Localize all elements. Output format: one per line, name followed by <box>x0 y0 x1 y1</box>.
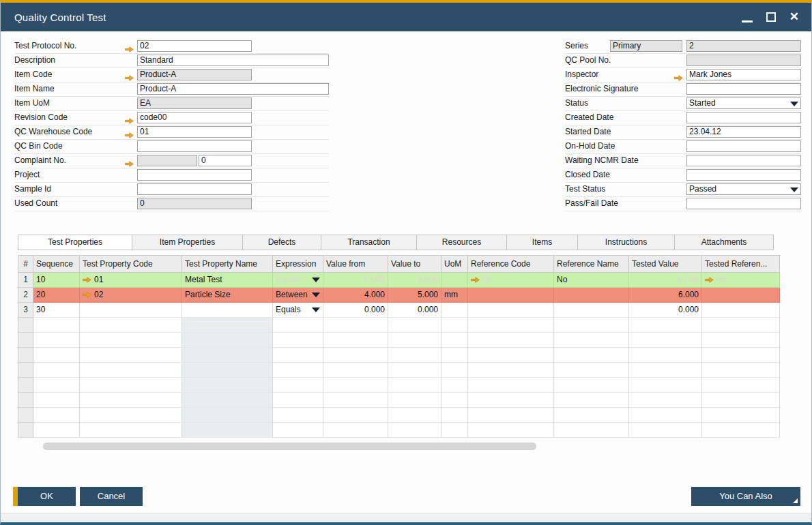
cell-test-property-code[interactable] <box>80 408 182 423</box>
dropdown-arrow-icon[interactable] <box>312 308 320 312</box>
cell-test-property-name[interactable] <box>182 303 273 318</box>
cell-tested-reference[interactable] <box>702 423 780 438</box>
cell-row-number[interactable] <box>18 333 33 348</box>
cell-reference-name[interactable] <box>554 378 629 393</box>
on-hold-date-input[interactable] <box>686 140 801 152</box>
cell-uom[interactable]: mm <box>441 288 468 303</box>
close-icon[interactable]: ✕ <box>789 12 799 22</box>
cell-sequence[interactable] <box>33 408 80 423</box>
cell-row-number[interactable]: 2 <box>18 288 33 303</box>
qc-warehouse-code-input[interactable]: 01 <box>137 126 252 138</box>
pass-fail-date-input[interactable] <box>686 198 801 209</box>
cell-tested-reference[interactable] <box>702 333 780 348</box>
cell-test-property-name[interactable] <box>182 348 273 363</box>
cell-uom[interactable] <box>441 333 468 348</box>
maximize-icon[interactable] <box>766 12 776 22</box>
cell-test-property-code[interactable] <box>80 303 182 318</box>
cell-reference-name[interactable] <box>554 423 629 438</box>
tab-transaction[interactable]: Transaction <box>321 235 417 250</box>
cell-expression[interactable]: Equals <box>273 273 323 288</box>
horizontal-scrollbar-thumb[interactable] <box>43 442 536 450</box>
cell-value-to[interactable] <box>388 423 441 438</box>
cell-sequence[interactable] <box>33 333 80 348</box>
cell-row-number[interactable] <box>18 393 33 408</box>
cell-test-property-code[interactable] <box>80 378 182 393</box>
cell-test-property-name[interactable]: Metal Test <box>182 273 273 288</box>
cell-reference-name[interactable] <box>554 393 629 408</box>
cell-tested-reference[interactable] <box>702 393 780 408</box>
cell-row-number[interactable] <box>18 423 33 438</box>
cell-uom[interactable] <box>441 303 468 318</box>
cell-reference-code[interactable] <box>468 363 554 378</box>
cell-uom[interactable] <box>441 408 468 423</box>
cell-tested-reference[interactable] <box>702 363 780 378</box>
dropdown-arrow-icon[interactable] <box>312 292 320 297</box>
cell-expression[interactable] <box>273 423 323 438</box>
cell-sequence[interactable] <box>33 423 80 438</box>
cell-uom[interactable] <box>441 318 468 333</box>
dropdown-arrow-icon[interactable] <box>312 278 320 282</box>
cell-value-from[interactable] <box>323 393 388 408</box>
cell-sequence[interactable]: 30 <box>33 303 80 318</box>
cell-test-property-code[interactable] <box>80 318 182 333</box>
cell-test-property-name[interactable] <box>182 318 273 333</box>
cell-tested-value[interactable]: 6.000 <box>629 288 702 303</box>
closed-date-input[interactable] <box>686 169 801 181</box>
cell-reference-code[interactable] <box>468 318 554 333</box>
cell-value-from[interactable]: 0.000 <box>323 273 388 288</box>
cell-sequence[interactable]: 20 <box>33 288 80 303</box>
cell-row-number[interactable] <box>18 408 33 423</box>
description-input[interactable]: Standard <box>137 55 329 66</box>
test-protocol-no-input[interactable]: 02 <box>137 40 252 52</box>
cell-uom[interactable] <box>441 378 468 393</box>
tab-resources[interactable]: Resources <box>417 235 507 250</box>
cell-expression[interactable]: Equals <box>273 303 323 318</box>
cell-tested-reference[interactable] <box>702 318 780 333</box>
cell-uom[interactable] <box>441 423 468 438</box>
cell-tested-value[interactable] <box>629 318 702 333</box>
cell-sequence[interactable] <box>33 363 80 378</box>
cell-sequence[interactable] <box>33 318 80 333</box>
tab-attachments[interactable]: Attachments <box>675 235 774 250</box>
cell-row-number[interactable]: 1 <box>18 273 33 288</box>
cell-sequence[interactable] <box>33 378 80 393</box>
cell-value-to[interactable] <box>388 348 441 363</box>
item-name-input[interactable]: Product-A <box>137 83 329 95</box>
cell-reference-name[interactable] <box>554 333 629 348</box>
cell-test-property-name[interactable] <box>182 393 273 408</box>
cell-value-to[interactable] <box>388 363 441 378</box>
cell-reference-name[interactable]: No <box>554 273 629 288</box>
cell-value-to[interactable]: 0.000 <box>388 303 441 318</box>
cell-value-to[interactable] <box>388 318 441 333</box>
cell-row-number[interactable]: 3 <box>18 303 33 318</box>
inspector-input[interactable]: Mark Jones <box>686 69 801 80</box>
link-arrow-icon[interactable] <box>125 128 136 140</box>
electronic-signature-input[interactable] <box>686 83 801 95</box>
dropdown-arrow-icon[interactable] <box>790 188 798 192</box>
cell-tested-value[interactable] <box>629 333 702 348</box>
cell-value-to[interactable] <box>388 378 441 393</box>
tab-defects[interactable]: Defects <box>243 235 321 250</box>
cell-tested-reference[interactable] <box>702 348 780 363</box>
cell-reference-code[interactable] <box>468 303 554 318</box>
cell-reference-name[interactable] <box>554 303 629 318</box>
tab-test-properties[interactable]: Test Properties <box>18 235 132 250</box>
cell-value-to[interactable] <box>388 408 441 423</box>
cell-test-property-name[interactable]: Particle Size <box>182 288 273 303</box>
cell-value-from[interactable] <box>323 363 388 378</box>
cell-reference-name[interactable] <box>554 408 629 423</box>
cell-tested-reference[interactable] <box>702 378 780 393</box>
cell-test-property-code[interactable] <box>80 393 182 408</box>
cell-value-from[interactable] <box>323 333 388 348</box>
cell-tested-value[interactable]: 0.000 <box>629 273 702 288</box>
cell-value-from[interactable] <box>323 378 388 393</box>
cell-test-property-code[interactable]: 02 <box>80 288 182 303</box>
started-date-input[interactable]: 23.04.12 <box>686 126 801 138</box>
cell-uom[interactable] <box>441 348 468 363</box>
cell-reference-code[interactable] <box>468 288 554 303</box>
cell-reference-code[interactable] <box>468 348 554 363</box>
cell-tested-reference[interactable] <box>702 303 780 318</box>
cell-value-from[interactable] <box>323 408 388 423</box>
cell-tested-reference[interactable] <box>702 288 780 303</box>
cell-sequence[interactable]: 10 <box>33 273 80 288</box>
